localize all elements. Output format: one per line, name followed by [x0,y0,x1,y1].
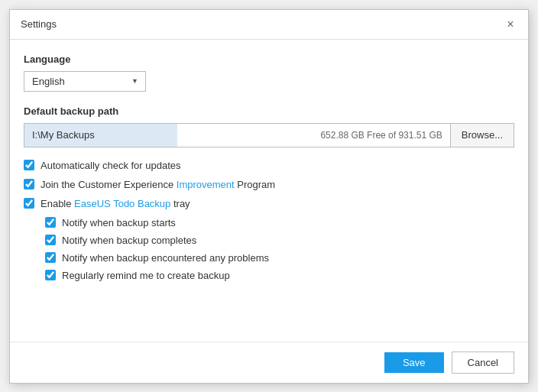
option-customer-exp: Join the Customer Experience Improvement… [24,179,514,190]
option-notify-problems: Notify when backup encountered any probl… [45,252,514,264]
option-tray: Enable EaseUS Todo Backup tray [24,198,514,209]
customer-exp-label: Join the Customer Experience Improvement… [41,179,275,190]
improvement-word: Improvement [177,179,235,190]
dialog-title: Settings [21,18,57,30]
notify-start-checkbox[interactable] [45,217,56,228]
language-select[interactable]: English French German Spanish Chinese [24,71,146,92]
settings-dialog: Settings × Language English French Germa… [9,9,529,384]
customer-exp-checkbox[interactable] [24,179,34,190]
remind-checkbox[interactable] [45,270,56,280]
tray-label: Enable EaseUS Todo Backup tray [41,198,190,209]
notify-problems-checkbox[interactable] [45,252,56,263]
option-auto-check: Automatically check for updates [24,160,514,171]
options-section: Automatically check for updates Join the… [24,160,514,281]
tray-checkbox[interactable] [24,198,34,209]
notify-complete-checkbox[interactable] [45,235,56,245]
save-button[interactable]: Save [384,352,444,373]
notify-complete-label: Notify when backup completes [62,235,196,246]
notify-start-label: Notify when backup starts [62,217,176,228]
auto-check-checkbox[interactable] [24,160,34,170]
title-bar: Settings × [10,10,528,40]
browse-button[interactable]: Browse... [450,124,514,147]
remind-label: Regularly remind me to create backup [62,270,230,281]
option-remind: Regularly remind me to create backup [45,270,514,281]
path-row: 652.88 GB Free of 931.51 GB Browse... [24,123,514,147]
notify-problems-label: Notify when backup encountered any probl… [62,252,269,264]
free-space-text: 652.88 GB Free of 931.51 GB [177,124,450,147]
easeus-word: EaseUS Todo Backup [74,198,170,209]
option-notify-complete: Notify when backup completes [45,235,514,246]
cancel-button[interactable]: Cancel [452,352,514,374]
language-label: Language [24,53,514,65]
backup-path-label: Default backup path [24,105,514,117]
backup-path-section: Default backup path 652.88 GB Free of 93… [24,105,514,147]
auto-check-label: Automatically check for updates [41,160,181,171]
dialog-footer: Save Cancel [10,342,528,383]
dialog-content: Language English French German Spanish C… [10,40,528,342]
close-button[interactable]: × [502,16,519,33]
option-notify-start: Notify when backup starts [45,217,514,228]
language-select-wrapper: English French German Spanish Chinese [24,71,146,92]
backup-path-input[interactable] [24,124,177,147]
